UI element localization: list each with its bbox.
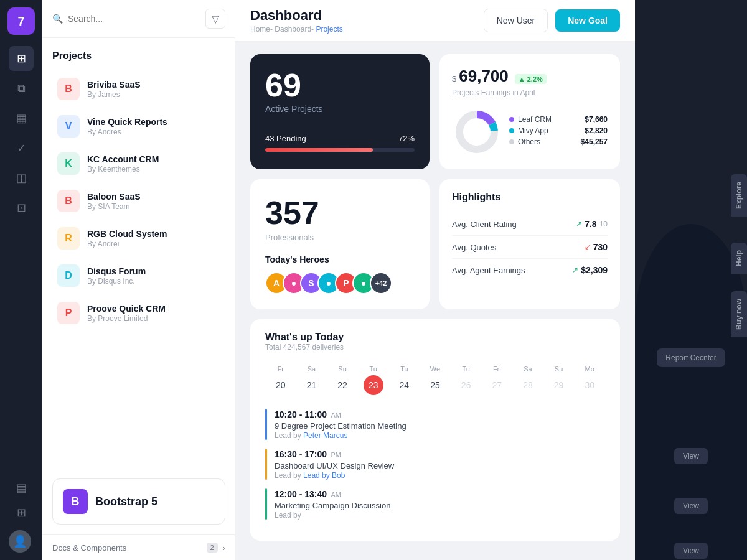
- sidebar-icon-chat[interactable]: ▤: [9, 475, 34, 500]
- sidebar-icon-user-avatar[interactable]: 👤: [9, 530, 31, 553]
- project-item[interactable]: D Disqus Forum By Disqus Inc.: [52, 258, 225, 293]
- highlight-value: ↗ 7.8 10: [576, 219, 608, 229]
- sidebar-icon-chart[interactable]: ▦: [9, 106, 34, 131]
- projects-title: Projects: [52, 50, 225, 62]
- event-item: 10:20 - 11:00 AM 9 Degree Project Estima…: [265, 409, 605, 440]
- project-logo: K: [57, 152, 80, 175]
- event-lead-name[interactable]: Lead by Bob: [303, 471, 345, 480]
- legend-item: Others: [509, 138, 573, 146]
- day-name: Tu: [392, 365, 418, 373]
- heroes-title: Today's Heroes: [265, 254, 415, 264]
- report-center-button[interactable]: Report Cecnter: [657, 348, 725, 367]
- project-item[interactable]: P Proove Quick CRM By Proove Limited: [52, 296, 225, 330]
- sidebar-icon-dashboard[interactable]: ⊞: [9, 46, 34, 71]
- professionals-label: Professionals: [265, 233, 415, 242]
- header-title-section: Dashboard Home- Dashboard- Projects: [250, 7, 343, 34]
- day-name: Su: [329, 365, 355, 373]
- sidebar-icon-stack[interactable]: ◫: [9, 166, 34, 190]
- calendar-day[interactable]: Mo 30: [574, 362, 605, 399]
- bootstrap-banner[interactable]: B Bootstrap 5: [52, 478, 225, 525]
- calendar-day[interactable]: Su 29: [543, 362, 575, 399]
- view-button-3[interactable]: View: [674, 543, 708, 559]
- project-logo: V: [57, 115, 80, 138]
- buynow-tab[interactable]: Buy now: [731, 291, 747, 337]
- day-number: 28: [518, 375, 538, 395]
- event-lead: Lead by Peter Marcus: [275, 431, 406, 440]
- earnings-dollar: $: [452, 74, 456, 83]
- day-name: Fr: [268, 365, 294, 373]
- calendar-day[interactable]: Tu 23: [358, 362, 389, 399]
- professionals-card: 357 Professionals Today's Heroes A●S●P●+…: [250, 179, 430, 309]
- calendar-day[interactable]: Tu 26: [451, 362, 482, 399]
- legend-dot: [509, 128, 514, 133]
- project-info: Disqus Forum By Disqus Inc.: [87, 266, 220, 286]
- day-number: 24: [394, 375, 414, 395]
- earnings-badge: ▲ 2.2%: [515, 74, 547, 84]
- legend-value: $2,820: [581, 126, 608, 135]
- progress-bar: [265, 148, 415, 152]
- project-logo: D: [57, 264, 80, 287]
- projects-list: B Briviba SaaS By James V Vine Quick Rep…: [52, 72, 225, 330]
- calendar-day[interactable]: Tu 24: [389, 362, 420, 399]
- project-by: By James: [87, 90, 220, 99]
- calendar-day[interactable]: Fr 20: [265, 362, 296, 399]
- event-content: 16:30 - 17:00 PM Dashboard UI/UX Design …: [275, 449, 394, 480]
- new-user-button[interactable]: New User: [484, 9, 548, 32]
- project-by: By Keenthemes: [87, 165, 220, 174]
- highlight-num: 7.8: [585, 219, 596, 229]
- filter-button[interactable]: ▽: [205, 9, 225, 29]
- calendar-day[interactable]: Sa 28: [512, 362, 543, 399]
- calendar-day[interactable]: Sa 21: [296, 362, 327, 399]
- calendar-day[interactable]: Su 22: [327, 362, 358, 399]
- event-title: Marketing Campaign Discussion: [275, 501, 390, 510]
- project-item[interactable]: K KC Account CRM By Keenthemes: [52, 146, 225, 181]
- trend-icon: ↙: [585, 243, 591, 251]
- dashboard-body: 69 Active Projects 43 Pending 72% $ 69,7…: [235, 42, 635, 560]
- bootstrap-logo: B: [63, 489, 88, 514]
- sidebar-icon-layers[interactable]: ⧉: [9, 76, 34, 101]
- project-name: RGB Cloud System: [87, 229, 220, 239]
- calendar-section: What's up Today Total 424,567 deliveries…: [250, 319, 620, 541]
- highlight-label: Avg. Client Rating: [452, 220, 517, 229]
- project-item[interactable]: V Vine Quick Reports By Andres: [52, 109, 225, 144]
- event-lead-name[interactable]: Peter Marcus: [303, 431, 347, 440]
- search-input[interactable]: [68, 14, 200, 24]
- event-title: 9 Degree Project Estimation Meeting: [275, 421, 406, 431]
- project-item[interactable]: B Baloon SaaS By SIA Team: [52, 184, 225, 218]
- main-content: Dashboard Home- Dashboard- Projects New …: [235, 0, 635, 560]
- project-item[interactable]: R RGB Cloud System By Andrei: [52, 221, 225, 256]
- project-by: By Disqus Inc.: [87, 277, 220, 286]
- earnings-subtitle: Projects Earnings in April: [452, 88, 608, 97]
- legend-item: Leaf CRM: [509, 115, 573, 124]
- active-projects-number: 69: [265, 69, 415, 101]
- legend-dot: [509, 139, 514, 144]
- highlights-card: Highlights Avg. Client Rating ↗ 7.8 10 A…: [439, 179, 620, 309]
- project-name: Vine Quick Reports: [87, 117, 220, 127]
- highlight-row: Avg. Client Rating ↗ 7.8 10: [452, 213, 608, 236]
- help-tab[interactable]: Help: [731, 243, 747, 274]
- event-content: 12:00 - 13:40 AM Marketing Campaign Disc…: [275, 488, 390, 520]
- highlight-num: $2,309: [581, 265, 608, 275]
- sidebar-icon-briefcase[interactable]: ⊡: [9, 195, 34, 220]
- search-icon: 🔍: [52, 14, 63, 24]
- explore-tab[interactable]: Explore: [731, 174, 747, 217]
- highlight-value: ↙ 730: [585, 242, 608, 252]
- project-item[interactable]: B Briviba SaaS By James: [52, 72, 225, 106]
- docs-bar[interactable]: Docs & Components 2 ›: [42, 534, 235, 560]
- highlight-label: Avg. Agent Earnings: [452, 266, 525, 275]
- earnings-card: $ 69,700 ▲ 2.2% Projects Earnings in Apr…: [439, 54, 620, 169]
- calendar-header: What's up Today Total 424,567 deliveries: [265, 332, 605, 352]
- day-number: 23: [364, 375, 383, 395]
- legend-item: Mivy App: [509, 126, 573, 135]
- user-avatar-badge[interactable]: 7: [7, 7, 35, 35]
- calendar-day[interactable]: We 25: [420, 362, 451, 399]
- sidebar-icon-grid2[interactable]: ⊞: [9, 500, 34, 525]
- view-button-1[interactable]: View: [674, 448, 708, 464]
- new-goal-button[interactable]: New Goal: [555, 9, 620, 32]
- calendar-title: What's up Today: [265, 332, 605, 343]
- day-name: Sa: [299, 365, 325, 373]
- calendar-day[interactable]: Fri 27: [481, 362, 512, 399]
- active-projects-card: 69 Active Projects 43 Pending 72%: [250, 54, 430, 169]
- view-button-2[interactable]: View: [674, 498, 708, 514]
- sidebar-icon-check[interactable]: ✓: [9, 136, 34, 161]
